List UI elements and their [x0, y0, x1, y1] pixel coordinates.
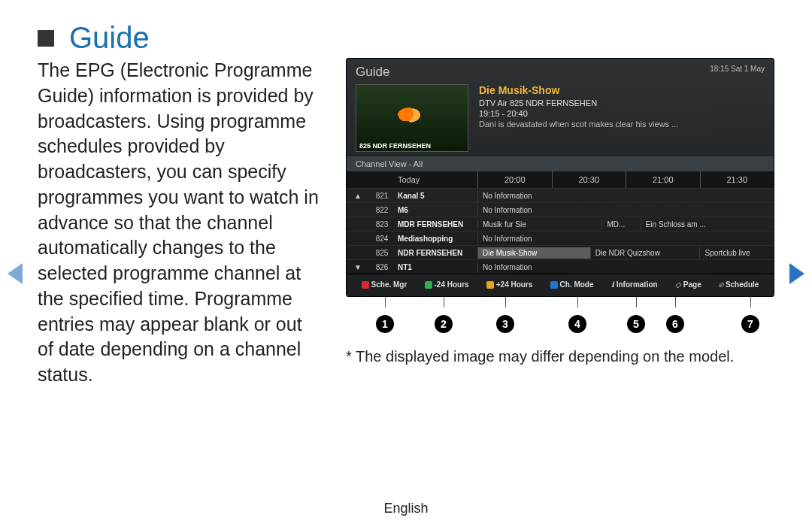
programme-area: No Information — [477, 233, 774, 244]
channel-name: NDR FERNSEHEN — [395, 249, 477, 257]
channel-name: NT1 — [395, 263, 477, 271]
footer-a[interactable]: Sche. Mgr — [362, 280, 408, 289]
slot-2: 21:00 — [626, 171, 700, 188]
programme-area: Musik fur SieMD...Ein Schloss am ... — [477, 219, 774, 230]
callout-6: 6 — [666, 315, 684, 333]
preview-caption: 825 NDR FERNSEHEN — [359, 142, 431, 150]
table-row[interactable]: ▼826NT1No Information — [347, 259, 774, 274]
table-row[interactable]: 822M6No Information — [347, 202, 774, 217]
title-row: Guide — [38, 21, 774, 55]
programme-cell[interactable]: No Information — [477, 190, 774, 201]
page-title: Guide — [69, 21, 150, 55]
tv-guide-screenshot: Guide 18:15 Sat 1 May 825 NDR FERNSEHEN … — [346, 58, 774, 297]
blue-button-icon — [550, 281, 558, 289]
callout-3: 3 — [496, 315, 514, 333]
programme-cell[interactable]: Die NDR Quizshow — [590, 247, 700, 259]
preview-channel: DTV Air 825 NDR FERNSEHEN — [479, 98, 678, 108]
footer-b[interactable]: -24 Hours — [425, 280, 469, 289]
preview-title: Die Musik-Show — [479, 84, 678, 96]
slot-3: 21:30 — [700, 171, 774, 188]
preview-desc: Dani is devastated when scot makes clear… — [479, 120, 678, 129]
channel-name: M6 — [395, 206, 477, 214]
callout-2: 2 — [435, 315, 453, 333]
row-arrow-icon: ▼ — [347, 263, 369, 271]
yellow-button-icon — [486, 281, 494, 289]
guide-footer: Sche. Mgr -24 Hours +24 Hours Ch. Mode ℹ… — [347, 274, 774, 296]
programme-area: No Information — [477, 262, 774, 273]
nav-prev-icon[interactable] — [8, 263, 23, 284]
callout-4: 4 — [568, 315, 586, 333]
row-arrow-icon: ▲ — [347, 192, 369, 200]
footer-info[interactable]: ℹInformation — [611, 280, 658, 289]
grid-body: ▲821Kanal 5No Information822M6No Informa… — [347, 188, 774, 274]
language-label: English — [0, 501, 812, 516]
table-row[interactable]: 825NDR FERNSEHENDie Musik-ShowDie NDR Qu… — [347, 245, 774, 259]
programme-area: No Information — [477, 190, 774, 201]
programme-area: No Information — [477, 204, 774, 216]
channel-name: MDR FERNSEHEN — [395, 220, 477, 229]
grid-header: Today 20:00 20:30 21:00 21:30 — [347, 171, 774, 188]
table-row[interactable]: 823MDR FERNSEHENMusik fur SieMD...Ein Sc… — [347, 217, 774, 231]
callouts: 1234567 — [346, 307, 774, 338]
channel-number: 824 — [369, 235, 395, 243]
time-head: Today — [395, 171, 477, 188]
footer-d[interactable]: Ch. Mode — [550, 280, 594, 289]
callout-5: 5 — [627, 315, 645, 333]
info-icon: ℹ — [611, 280, 614, 289]
channel-view-filter[interactable]: Channel View - All — [347, 156, 774, 171]
programme-area: Die Musik-ShowDie NDR QuizshowSportclub … — [477, 247, 774, 259]
preview-time: 19:15 - 20:40 — [479, 109, 678, 118]
programme-cell[interactable]: Sportclub live — [699, 247, 774, 259]
channel-number: 823 — [369, 220, 395, 229]
programme-cell[interactable]: No Information — [477, 233, 774, 244]
guide-header-title: Guide — [356, 65, 389, 80]
note: * The displayed image may differ dependi… — [346, 348, 774, 365]
programme-cell[interactable]: MD... — [601, 219, 640, 230]
programme-cell[interactable]: No Information — [477, 204, 774, 216]
page-arrows-icon: ◇ — [675, 280, 681, 289]
channel-name: Kanal 5 — [395, 192, 477, 200]
table-row[interactable]: ▲821Kanal 5No Information — [347, 188, 774, 202]
programme-cell[interactable]: Musik fur Sie — [477, 219, 601, 230]
body-text: The EPG (Electronic Programme Guide) inf… — [38, 58, 322, 388]
red-button-icon — [362, 281, 369, 289]
programme-cell[interactable]: No Information — [477, 262, 774, 273]
channel-number: 821 — [369, 192, 395, 200]
footer-page[interactable]: ◇Page — [675, 280, 701, 289]
green-button-icon — [425, 281, 432, 289]
nav-next-icon[interactable] — [789, 263, 804, 284]
callout-1: 1 — [376, 315, 394, 333]
schedule-icon: ⎚ — [719, 280, 723, 289]
guide-clock: 18:15 Sat 1 May — [710, 65, 765, 80]
channel-number: 825 — [369, 249, 395, 257]
slot-0: 20:00 — [477, 171, 552, 188]
table-row[interactable]: 824MediashoppingNo Information — [347, 231, 774, 245]
preview-thumbnail: 825 NDR FERNSEHEN — [356, 84, 468, 152]
footer-schedule[interactable]: ⎚Schedule — [719, 280, 759, 289]
slot-1: 20:30 — [552, 171, 626, 188]
channel-number: 826 — [369, 263, 395, 271]
footer-c[interactable]: +24 Hours — [486, 280, 533, 289]
programme-cell[interactable]: Die Musik-Show — [477, 247, 590, 259]
callout-7: 7 — [741, 315, 759, 333]
programme-cell[interactable]: Ein Schloss am ... — [641, 219, 774, 230]
channel-name: Mediashopping — [395, 235, 477, 243]
bullet-square-icon — [38, 30, 54, 47]
channel-number: 822 — [369, 206, 395, 214]
